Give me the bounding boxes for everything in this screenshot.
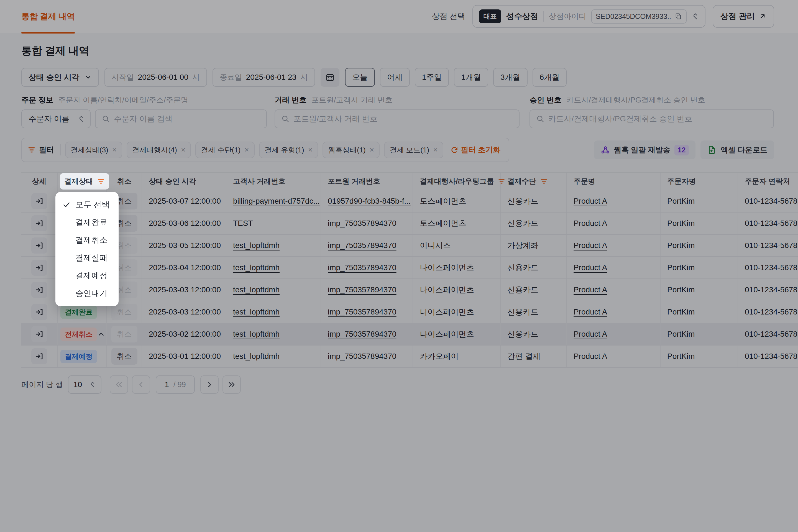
status-menu-item[interactable]: 결제완료 bbox=[55, 214, 119, 231]
status-menu-item-label: 승인대기 bbox=[75, 288, 108, 299]
status-menu-item[interactable]: 결제취소 bbox=[55, 231, 119, 249]
column-header-col1[interactable]: 결제상태모두 선택결제완료결제취소결제실패결제예정승인대기 bbox=[57, 172, 107, 190]
status-menu-item-label: 모두 선택 bbox=[75, 199, 110, 210]
column-header-label: 결제상태 bbox=[64, 176, 93, 186]
status-menu-item[interactable]: 모두 선택 bbox=[55, 196, 119, 214]
status-menu-item[interactable]: 결제실패 bbox=[55, 249, 119, 267]
status-menu-item[interactable]: 결제예정 bbox=[55, 267, 119, 285]
status-column-filter-button[interactable]: 결제상태 bbox=[60, 173, 109, 190]
check-icon bbox=[62, 201, 71, 209]
status-menu-item[interactable]: 승인대기 bbox=[55, 285, 119, 302]
status-menu-item-label: 결제실패 bbox=[75, 252, 108, 264]
status-menu-item-label: 결제완료 bbox=[75, 217, 108, 228]
status-menu-item-label: 결제예정 bbox=[75, 270, 108, 281]
filter-lines-icon bbox=[97, 177, 105, 185]
status-filter-dropdown: 모두 선택결제완료결제취소결제실패결제예정승인대기 bbox=[55, 192, 119, 306]
dim-overlay bbox=[0, 0, 798, 532]
status-menu-item-label: 결제취소 bbox=[75, 235, 108, 246]
